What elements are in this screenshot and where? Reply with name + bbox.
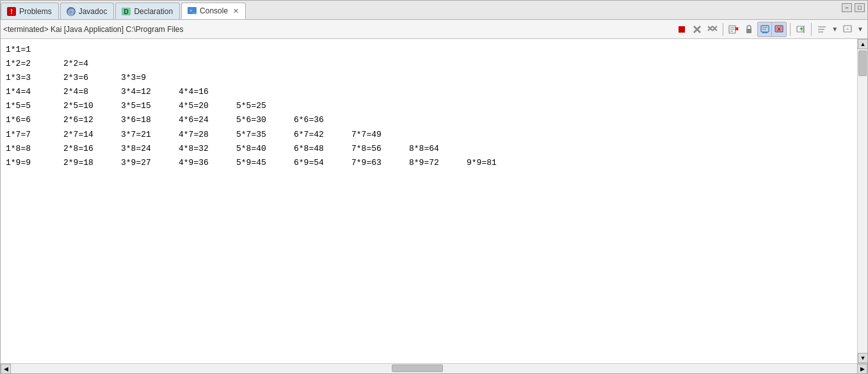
tab-problems[interactable]: ! Problems bbox=[1, 3, 59, 19]
terminate-button[interactable] bbox=[675, 22, 689, 36]
tab-declaration-label: Declaration bbox=[134, 7, 173, 16]
svg-text:!: ! bbox=[10, 8, 13, 15]
svg-rect-23 bbox=[762, 32, 768, 33]
console-cell: 2*2=4 bbox=[63, 57, 121, 71]
scroll-up-button[interactable]: ▲ bbox=[858, 39, 867, 49]
scroll-thumb[interactable] bbox=[858, 51, 867, 76]
tab-javadoc[interactable]: @ Javadoc bbox=[60, 3, 115, 19]
svg-text:D: D bbox=[124, 8, 129, 15]
toolbar-sep-3 bbox=[811, 23, 812, 36]
console-line: 1*1=1 bbox=[6, 43, 852, 57]
scroll-lock-button[interactable] bbox=[742, 22, 756, 36]
console-display-group: X bbox=[757, 22, 787, 37]
console-cell: 5*9=45 bbox=[236, 156, 294, 170]
console-area: 1*1=11*2=22*2=41*3=32*3=63*3=91*4=42*4=8… bbox=[1, 39, 867, 363]
console-cell: 5*5=25 bbox=[236, 99, 294, 113]
console-cell: 5*6=30 bbox=[236, 113, 294, 127]
console-cell: 1*6=6 bbox=[6, 113, 63, 127]
console-line: 1*7=72*7=143*7=214*7=285*7=356*7=427*7=4… bbox=[6, 128, 852, 142]
toolbar-status: <terminated> Kai [Java Application] C:\P… bbox=[3, 25, 673, 34]
console-cell: 7*7=49 bbox=[351, 128, 409, 142]
window-controls: − □ bbox=[842, 3, 865, 12]
console-cell: 6*7=42 bbox=[294, 128, 351, 142]
tab-console-close[interactable]: ✕ bbox=[233, 7, 239, 15]
console-output[interactable]: 1*1=11*2=22*2=41*3=32*3=63*3=91*4=42*4=8… bbox=[1, 39, 857, 363]
console-line: 1*2=22*2=4 bbox=[6, 57, 852, 71]
console-cell: 9*9=81 bbox=[467, 156, 524, 170]
console-cell: 4*4=16 bbox=[179, 85, 236, 99]
console-cell: 3*8=24 bbox=[121, 142, 179, 156]
svg-rect-8 bbox=[679, 26, 685, 33]
maximize-button[interactable]: □ bbox=[855, 3, 865, 12]
console-cell: 6*9=54 bbox=[294, 156, 351, 170]
console-icon: >_ bbox=[187, 6, 197, 16]
console-cell: 1*4=4 bbox=[6, 85, 63, 99]
console-cell: 2*6=12 bbox=[63, 113, 121, 127]
console-cell: 7*8=56 bbox=[351, 142, 409, 156]
console-cell: 4*5=20 bbox=[179, 99, 236, 113]
remove-launch-button[interactable] bbox=[690, 22, 704, 36]
word-wrap-button[interactable] bbox=[815, 22, 829, 36]
console-cell: 1*8=8 bbox=[6, 142, 63, 156]
tab-problems-label: Problems bbox=[19, 7, 52, 16]
console-cell: 7*9=63 bbox=[351, 156, 409, 170]
tab-bar: ! Problems @ Javadoc D Declaration >_ Co… bbox=[1, 1, 867, 20]
scroll-track[interactable] bbox=[858, 49, 867, 353]
display-console-button-2[interactable]: X bbox=[772, 22, 786, 36]
display-console-button-1[interactable] bbox=[758, 22, 772, 36]
console-cell: 6*6=36 bbox=[294, 113, 351, 127]
toolbar-sep-2 bbox=[790, 23, 791, 36]
tab-declaration[interactable]: D Declaration bbox=[115, 3, 180, 19]
open-console-button[interactable] bbox=[794, 22, 808, 36]
console-cell: 6*8=48 bbox=[294, 142, 351, 156]
console-cell: 3*5=15 bbox=[121, 99, 179, 113]
toolbar-sep-1 bbox=[723, 23, 723, 36]
console-cell: 1*5=5 bbox=[6, 99, 63, 113]
console-cell: 8*9=72 bbox=[409, 156, 467, 170]
tab-console-label: Console bbox=[200, 6, 228, 15]
h-scroll-thumb[interactable] bbox=[392, 364, 443, 372]
console-line: 1*9=92*9=183*9=274*9=365*9=456*9=547*9=6… bbox=[6, 156, 852, 170]
svg-text:+: + bbox=[846, 26, 849, 32]
minimize-button[interactable]: − bbox=[842, 3, 852, 12]
javadoc-icon: @ bbox=[66, 6, 76, 17]
console-cell: 3*3=9 bbox=[121, 71, 179, 85]
new-console-dropdown[interactable]: ▼ bbox=[856, 26, 865, 33]
console-cell: 1*9=9 bbox=[6, 156, 63, 170]
console-cell: 2*4=8 bbox=[63, 85, 121, 99]
scroll-down-button[interactable]: ▼ bbox=[858, 353, 867, 363]
problems-icon: ! bbox=[6, 6, 17, 17]
console-cell: 3*4=12 bbox=[121, 85, 179, 99]
svg-text:@: @ bbox=[67, 8, 74, 15]
svg-text:>_: >_ bbox=[189, 8, 196, 13]
console-cell: 2*8=16 bbox=[63, 142, 121, 156]
console-cell: 3*7=21 bbox=[121, 128, 179, 142]
console-cell: 4*8=32 bbox=[179, 142, 236, 156]
console-cell: 5*7=35 bbox=[236, 128, 294, 142]
console-cell: 3*6=18 bbox=[121, 113, 179, 127]
vertical-scrollbar[interactable]: ▲ ▼ bbox=[857, 39, 867, 363]
console-cell: 2*5=10 bbox=[63, 99, 121, 113]
console-cell: 8*8=64 bbox=[409, 142, 467, 156]
h-scroll-track[interactable] bbox=[11, 364, 857, 373]
console-cell: 2*3=6 bbox=[63, 71, 121, 85]
word-wrap-dropdown[interactable]: ▼ bbox=[830, 26, 839, 33]
console-cell: 4*6=24 bbox=[179, 113, 236, 127]
console-cell: 5*8=40 bbox=[236, 142, 294, 156]
new-console-button[interactable]: + bbox=[840, 22, 855, 36]
tab-console[interactable]: >_ Console ✕ bbox=[181, 3, 246, 19]
console-cell: 1*1=1 bbox=[6, 43, 63, 57]
console-cell: 1*3=3 bbox=[6, 71, 63, 85]
svg-marker-32 bbox=[800, 27, 803, 29]
horizontal-scrollbar[interactable]: ◀ ▶ bbox=[1, 363, 867, 373]
svg-rect-22 bbox=[761, 26, 769, 32]
console-line: 1*5=52*5=103*5=154*5=205*5=25 bbox=[6, 99, 852, 113]
scroll-right-button[interactable]: ▶ bbox=[857, 364, 867, 374]
remove-all-terminated-button[interactable] bbox=[705, 22, 719, 36]
clear-console-button[interactable] bbox=[727, 22, 741, 36]
console-line: 1*3=32*3=63*3=9 bbox=[6, 71, 852, 85]
console-cell: 3*9=27 bbox=[121, 156, 179, 170]
console-line: 1*6=62*6=123*6=184*6=245*6=306*6=36 bbox=[6, 113, 852, 127]
console-line: 1*8=82*8=163*8=244*8=325*8=406*8=487*8=5… bbox=[6, 142, 852, 156]
scroll-left-button[interactable]: ◀ bbox=[1, 364, 11, 374]
